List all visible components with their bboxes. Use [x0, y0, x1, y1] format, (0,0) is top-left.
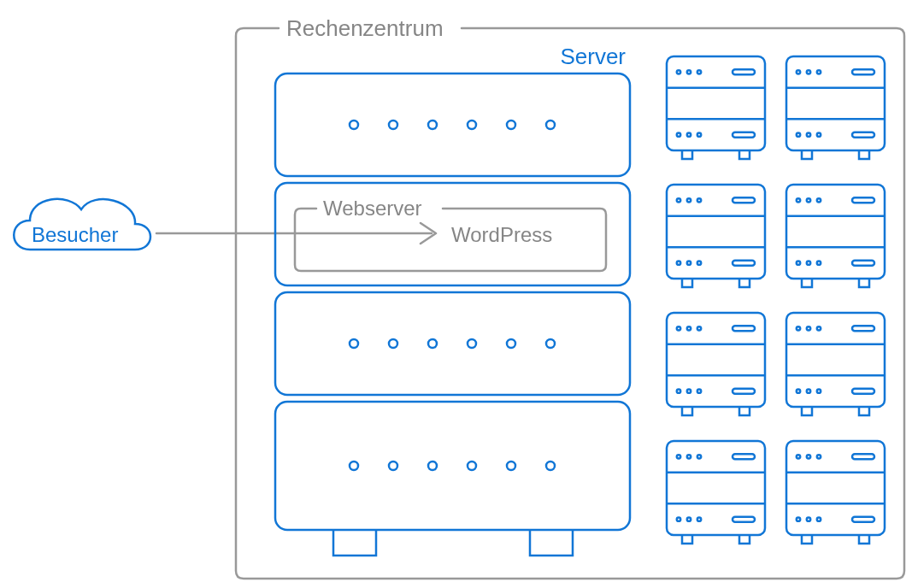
main-server-rack: Webserver WordPress — [275, 74, 630, 556]
svg-rect-88 — [852, 389, 874, 394]
small-server — [667, 313, 765, 415]
svg-point-83 — [817, 326, 821, 330]
svg-point-12 — [428, 339, 437, 348]
svg-rect-29 — [733, 69, 755, 74]
svg-point-92 — [677, 455, 680, 458]
svg-point-105 — [817, 455, 821, 458]
svg-rect-62 — [852, 197, 874, 203]
svg-point-31 — [687, 132, 691, 136]
datacenter-frame: Rechenzentrum — [236, 15, 904, 579]
svg-rect-110 — [852, 517, 874, 522]
svg-point-30 — [677, 132, 680, 136]
request-arrow — [156, 223, 436, 244]
small-server — [786, 313, 885, 415]
svg-point-96 — [677, 517, 680, 520]
svg-point-103 — [797, 455, 800, 458]
svg-point-107 — [797, 517, 800, 520]
svg-point-21 — [507, 462, 515, 470]
svg-point-87 — [817, 389, 821, 392]
svg-point-97 — [687, 517, 691, 520]
svg-point-17 — [350, 462, 358, 470]
svg-rect-33 — [733, 132, 755, 138]
svg-point-20 — [468, 462, 476, 470]
svg-point-18 — [389, 462, 397, 470]
server-slot — [275, 74, 630, 176]
server-slot — [275, 402, 630, 530]
svg-point-109 — [817, 517, 821, 520]
svg-point-27 — [687, 70, 691, 74]
visitor-cloud: Besucher — [14, 199, 150, 250]
svg-point-82 — [807, 326, 810, 330]
server-label: Server — [560, 44, 626, 69]
svg-point-13 — [468, 339, 476, 348]
visitor-label: Besucher — [32, 223, 118, 246]
svg-point-32 — [697, 132, 701, 136]
svg-rect-77 — [733, 389, 755, 394]
svg-point-93 — [687, 455, 691, 458]
svg-point-61 — [817, 198, 821, 202]
svg-point-63 — [797, 261, 800, 264]
svg-rect-51 — [733, 197, 755, 203]
svg-point-59 — [797, 198, 800, 202]
svg-rect-40 — [852, 69, 874, 74]
svg-point-2 — [350, 121, 358, 129]
small-server-grid — [667, 56, 885, 544]
svg-point-72 — [697, 326, 701, 330]
svg-point-5 — [468, 121, 476, 129]
datacenter-label: Rechenzentrum — [286, 15, 444, 41]
svg-point-54 — [697, 261, 701, 264]
svg-point-38 — [807, 70, 810, 74]
svg-point-22 — [546, 462, 555, 470]
svg-point-64 — [807, 261, 810, 264]
svg-point-41 — [797, 132, 800, 136]
svg-point-7 — [546, 121, 555, 129]
svg-point-86 — [807, 389, 810, 392]
svg-point-10 — [350, 339, 358, 348]
svg-rect-55 — [733, 261, 755, 266]
svg-rect-9 — [275, 292, 630, 395]
svg-rect-84 — [852, 326, 874, 331]
svg-point-94 — [697, 455, 701, 458]
app-label: WordPress — [451, 223, 552, 246]
svg-point-49 — [687, 198, 691, 202]
small-server — [786, 185, 885, 287]
small-server — [667, 441, 765, 544]
svg-point-104 — [807, 455, 810, 458]
svg-point-60 — [807, 198, 810, 202]
svg-point-81 — [797, 326, 800, 330]
small-server — [786, 56, 885, 159]
svg-point-19 — [428, 462, 437, 470]
svg-point-53 — [687, 261, 691, 264]
svg-rect-66 — [852, 261, 874, 266]
svg-point-85 — [797, 389, 800, 392]
svg-rect-1 — [275, 74, 630, 176]
webserver-label: Webserver — [323, 197, 422, 220]
svg-point-48 — [677, 198, 680, 202]
svg-point-4 — [428, 121, 437, 129]
svg-rect-16 — [275, 402, 630, 530]
small-server — [667, 185, 765, 287]
svg-rect-44 — [852, 132, 874, 138]
svg-point-37 — [797, 70, 800, 74]
svg-point-28 — [697, 70, 701, 74]
architecture-diagram: Rechenzentrum Server Besucher Webserver … — [0, 0, 912, 588]
svg-point-108 — [807, 517, 810, 520]
svg-point-3 — [389, 121, 397, 129]
svg-point-70 — [677, 326, 680, 330]
svg-point-11 — [389, 339, 397, 348]
svg-rect-99 — [733, 517, 755, 522]
svg-rect-106 — [852, 454, 874, 459]
svg-point-52 — [677, 261, 680, 264]
svg-point-65 — [817, 261, 821, 264]
svg-point-43 — [817, 132, 821, 136]
svg-point-39 — [817, 70, 821, 74]
server-slot — [275, 292, 630, 395]
svg-point-76 — [697, 389, 701, 392]
svg-point-98 — [697, 517, 701, 520]
svg-point-15 — [546, 339, 555, 348]
svg-point-75 — [687, 389, 691, 392]
svg-point-50 — [697, 198, 701, 202]
svg-point-74 — [677, 389, 680, 392]
svg-point-42 — [807, 132, 810, 136]
svg-rect-95 — [733, 454, 755, 459]
